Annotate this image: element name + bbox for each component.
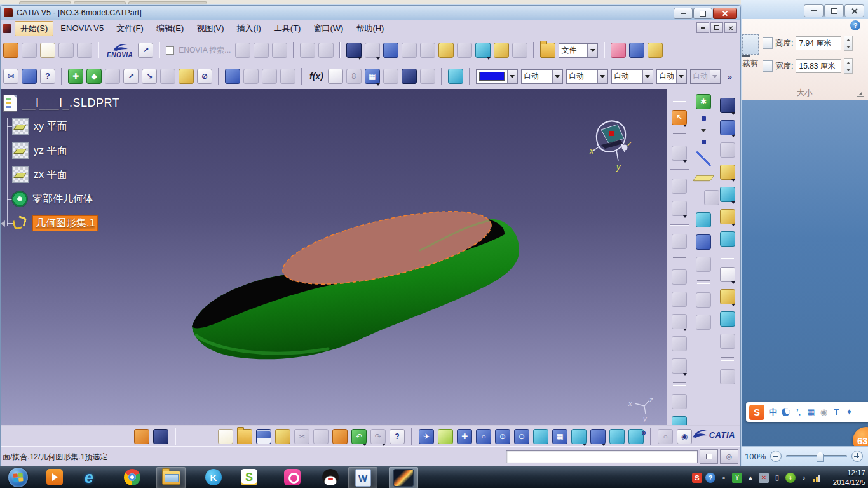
arrow-plus-icon[interactable]: ↗ — [123, 69, 139, 84]
status-dialog-button[interactable] — [700, 449, 718, 464]
dropdown-arrow-icon[interactable] — [710, 70, 720, 83]
dropdown-corner-arrow[interactable] — [731, 112, 735, 115]
fly-mode-icon[interactable]: ✈ — [419, 429, 434, 444]
dropdown-corner-arrow[interactable] — [358, 57, 362, 60]
restore-small-icon[interactable]: ▫ — [719, 473, 729, 483]
weight-icon[interactable] — [648, 43, 663, 58]
toolbar-drag-handle[interactable] — [673, 382, 686, 386]
pan-diamond-icon[interactable]: ◆ — [86, 69, 102, 84]
part-body-icon[interactable] — [12, 191, 27, 207]
dropdown-corner-arrow[interactable] — [683, 160, 687, 163]
pad-gray3-icon[interactable] — [720, 334, 735, 349]
sogou-ime-bar[interactable]: S 中’,▦◉T✦ — [746, 402, 868, 422]
document-history-icon[interactable] — [77, 43, 92, 58]
word[interactable]: W — [348, 467, 377, 488]
disc-gray-icon[interactable] — [420, 43, 435, 58]
internet-explorer[interactable]: e — [75, 467, 103, 487]
moon-mode-icon[interactable] — [782, 408, 790, 416]
split-color-icon[interactable] — [720, 120, 735, 135]
auto-combo-4[interactable]: 自动 — [690, 69, 721, 84]
dropdown-corner-arrow[interactable] — [583, 444, 587, 446]
tree-item-4[interactable]: 几何图形集.1 — [2, 211, 119, 235]
toolbar-drag-handle[interactable] — [697, 280, 710, 284]
dress-gray-icon[interactable] — [696, 292, 711, 308]
lang-chinese[interactable]: 中 — [769, 407, 777, 418]
tree-item-1[interactable]: yz 平面 — [2, 139, 119, 163]
media-player[interactable] — [41, 467, 69, 487]
zx-plane-icon[interactable] — [12, 166, 29, 183]
material-icon[interactable] — [153, 429, 168, 444]
3d-viewport[interactable]: __I___I_.SLDPRTxy 平面yz 平面zx 平面零部件几何体几何图形… — [1, 89, 667, 425]
file-properties-icon[interactable] — [22, 43, 37, 58]
point-square-icon[interactable] — [702, 116, 706, 121]
open-file-icon[interactable] — [237, 429, 252, 444]
manipulate-hand-icon[interactable]: ◉ — [677, 429, 692, 444]
dropdown-corner-arrow[interactable] — [731, 281, 735, 284]
dimension-dashed-icon[interactable] — [160, 69, 175, 84]
select-cursor-icon[interactable]: ↖ — [672, 110, 687, 125]
sketch-icon[interactable] — [720, 267, 735, 282]
yz-plane-icon[interactable] — [12, 142, 29, 159]
sogou-ime-logo[interactable]: S — [749, 405, 764, 420]
dropdown-corner-arrow[interactable] — [731, 224, 735, 226]
pad-yellow-icon[interactable] — [438, 43, 454, 58]
zoom-slider[interactable] — [786, 455, 847, 458]
taskbar-clock[interactable]: 12:17 2014/12/5 — [833, 468, 865, 487]
search-frame-icon[interactable] — [272, 43, 287, 58]
show-hidden-icon[interactable]: ▲ — [745, 473, 756, 483]
plane-tool-icon[interactable] — [693, 175, 714, 181]
paste-icon[interactable] — [332, 429, 348, 444]
quick-view-icon[interactable] — [590, 429, 606, 444]
iso-cube2-icon[interactable] — [720, 187, 735, 202]
mdi-minimize-button[interactable] — [696, 22, 709, 33]
fit-all-green-icon[interactable]: ✚ — [68, 69, 83, 84]
point-square2-icon[interactable] — [702, 140, 706, 144]
help-gray-icon[interactable] — [243, 69, 259, 84]
help-tray-icon[interactable]: ? — [705, 473, 715, 483]
geometrical-set-icon[interactable] — [12, 215, 27, 231]
sogou-browser[interactable]: S — [235, 467, 263, 487]
tree-item-2[interactable]: zx 平面 — [2, 163, 119, 187]
menu-item-0[interactable]: 开始(S) — [15, 21, 53, 36]
toolbar-drag-handle[interactable] — [721, 255, 734, 259]
save-enovia-icon[interactable] — [318, 43, 334, 58]
dropdown-corner-arrow[interactable] — [683, 329, 687, 331]
catalog-browser-icon[interactable] — [134, 429, 149, 444]
joggle-icon[interactable] — [672, 234, 687, 249]
disc2-gray-icon[interactable] — [720, 142, 735, 158]
copy-icon[interactable] — [313, 429, 329, 444]
document-link-icon[interactable] — [58, 43, 74, 58]
search-window-icon[interactable] — [235, 43, 250, 58]
equivalent-icon[interactable] — [420, 69, 435, 84]
dimension-tool-icon[interactable] — [720, 369, 735, 384]
size-dialog-launcher[interactable] — [857, 89, 864, 97]
multi-sections-icon[interactable] — [672, 179, 687, 194]
print-icon[interactable] — [275, 429, 290, 444]
pan-icon[interactable]: ✚ — [457, 429, 472, 444]
dropdown-corner-arrow[interactable] — [382, 444, 386, 446]
menu-item-8[interactable]: 帮助(H) — [350, 21, 390, 36]
document-check-icon[interactable] — [40, 43, 55, 58]
sheet-form-icon[interactable] — [225, 69, 240, 84]
iso-cube-icon[interactable] — [475, 43, 491, 58]
skin-icon[interactable]: T — [832, 407, 841, 417]
toolbar-drag-handle[interactable] — [673, 98, 686, 102]
volume-icon[interactable]: ♪ — [799, 473, 809, 483]
minimize-button[interactable] — [674, 8, 693, 19]
exit-wb2-icon[interactable] — [720, 98, 735, 113]
redo-icon[interactable]: ↷ — [370, 429, 386, 444]
cylinder-blue-icon[interactable] — [696, 234, 711, 250]
toolbar-overflow-chevrons[interactable]: » — [728, 72, 732, 81]
dimension-box-icon[interactable] — [672, 416, 687, 425]
sponge2-icon[interactable] — [720, 231, 735, 247]
whats-this-icon[interactable]: ? — [40, 69, 55, 84]
kugou[interactable]: K — [200, 467, 227, 487]
word-help-button[interactable]: ? — [850, 20, 860, 30]
undo-icon[interactable]: ↶ — [351, 429, 367, 444]
dropdown-corner-arrow[interactable] — [376, 83, 380, 86]
dropdown-corner-arrow[interactable] — [376, 57, 380, 60]
crop-icon[interactable] — [742, 34, 759, 55]
new-window-icon[interactable] — [365, 43, 380, 58]
tree-root-item[interactable]: __I___I_.SLDPRT — [2, 92, 119, 114]
mdi-restore-button[interactable] — [710, 22, 723, 33]
